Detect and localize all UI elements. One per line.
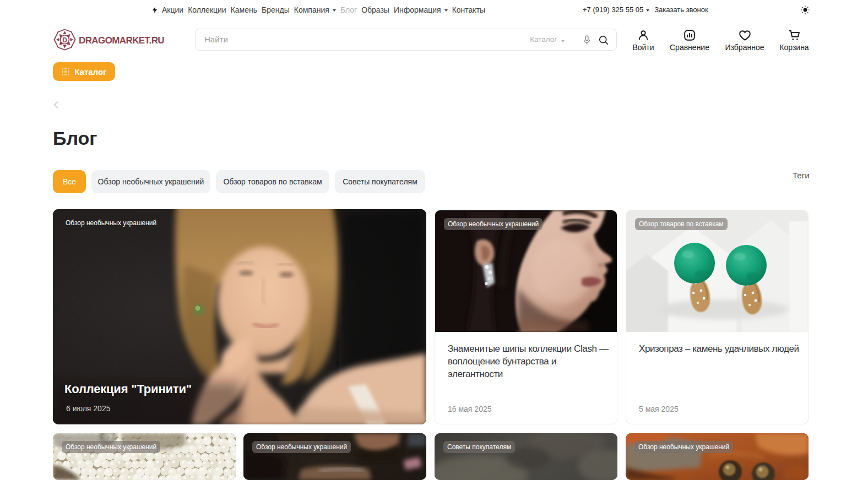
svg-text:D: D [62,36,67,44]
